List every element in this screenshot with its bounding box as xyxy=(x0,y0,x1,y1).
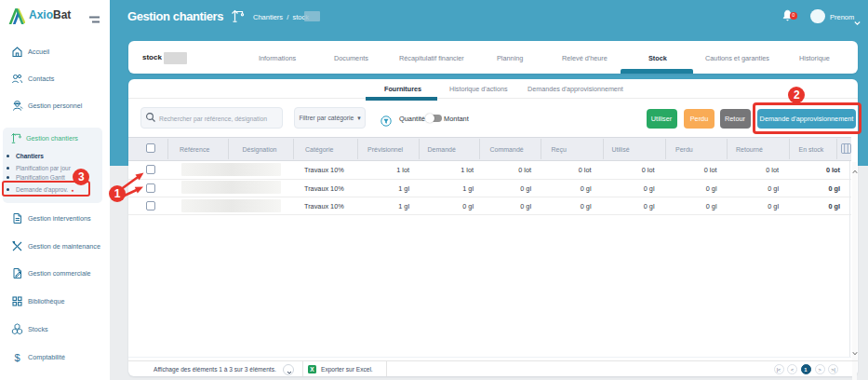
svg-text:$: $ xyxy=(15,351,20,362)
